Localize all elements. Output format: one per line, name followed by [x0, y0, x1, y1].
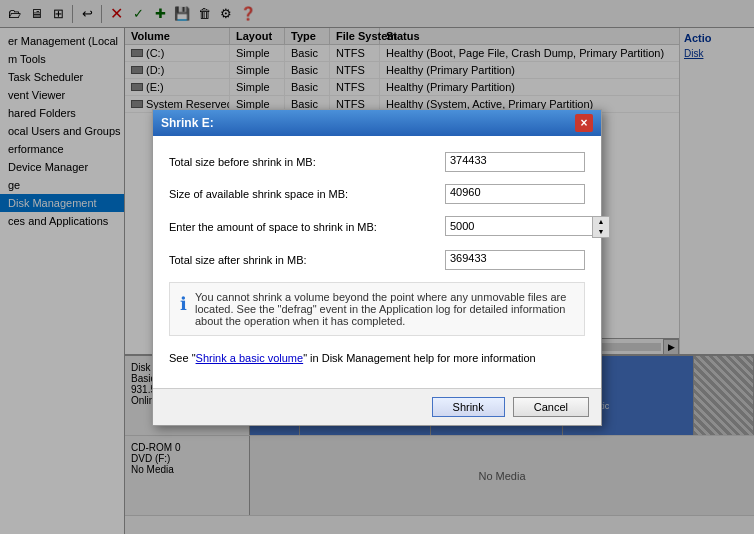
- help-text-after: " in Disk Management help for more infor…: [303, 352, 536, 364]
- help-link[interactable]: Shrink a basic volume: [196, 352, 304, 364]
- amount-spinner: ▲ ▼: [445, 216, 585, 238]
- modal-body: Total size before shrink in MB: 374433 S…: [153, 136, 601, 388]
- amount-row: Enter the amount of space to shrink in M…: [169, 216, 585, 238]
- cancel-button[interactable]: Cancel: [513, 397, 589, 417]
- available-space-row: Size of available shrink space in MB: 40…: [169, 184, 585, 204]
- total-size-row: Total size before shrink in MB: 374433: [169, 152, 585, 172]
- total-after-row: Total size after shrink in MB: 369433: [169, 250, 585, 270]
- total-after-value: 369433: [445, 250, 585, 270]
- total-after-label: Total size after shrink in MB:: [169, 254, 445, 266]
- available-space-value: 40960: [445, 184, 585, 204]
- modal-titlebar: Shrink E: ×: [153, 110, 601, 136]
- shrink-dialog: Shrink E: × Total size before shrink in …: [152, 109, 602, 426]
- available-space-label: Size of available shrink space in MB:: [169, 188, 445, 200]
- spinner-down-button[interactable]: ▼: [593, 227, 609, 237]
- amount-label: Enter the amount of space to shrink in M…: [169, 221, 445, 233]
- help-text: See "Shrink a basic volume" in Disk Mana…: [169, 344, 585, 372]
- spinner-buttons: ▲ ▼: [592, 216, 610, 238]
- modal-footer: Shrink Cancel: [153, 388, 601, 425]
- help-text-before: See ": [169, 352, 196, 364]
- total-size-value: 374433: [445, 152, 585, 172]
- modal-overlay: Shrink E: × Total size before shrink in …: [0, 0, 754, 534]
- spinner-up-button[interactable]: ▲: [593, 217, 609, 227]
- amount-input[interactable]: [445, 216, 592, 236]
- info-box: ℹ You cannot shrink a volume beyond the …: [169, 282, 585, 336]
- total-size-label: Total size before shrink in MB:: [169, 156, 445, 168]
- info-icon: ℹ: [180, 293, 187, 327]
- shrink-button[interactable]: Shrink: [432, 397, 505, 417]
- modal-title: Shrink E:: [161, 116, 214, 130]
- info-text: You cannot shrink a volume beyond the po…: [195, 291, 574, 327]
- modal-close-button[interactable]: ×: [575, 114, 593, 132]
